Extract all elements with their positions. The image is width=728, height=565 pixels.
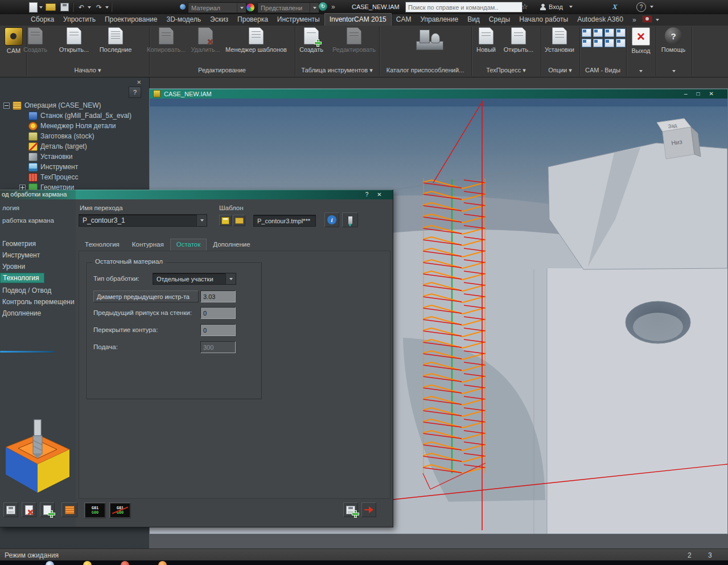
taskbar-folder-icon[interactable] (83, 561, 92, 565)
tab-scroll-icon[interactable]: » (632, 16, 636, 26)
viewport-titlebar[interactable]: CASE_NEW.IAM – □ ✕ (150, 89, 727, 99)
dialog-close-icon[interactable]: ✕ (376, 191, 383, 198)
close-icon[interactable]: ✕ (709, 91, 714, 97)
undo-dropdown-icon[interactable] (88, 6, 91, 9)
view-front-icon[interactable] (604, 28, 614, 37)
appearance-wheel-icon[interactable] (246, 3, 255, 12)
process-open-button[interactable]: Открыть... (502, 27, 535, 53)
tab-design[interactable]: Проектирование (100, 14, 162, 26)
nav-item-tool[interactable]: Инструмент (0, 250, 44, 260)
panel-label-process[interactable]: ТехПроцесс ▾ (471, 67, 541, 74)
view-home-icon[interactable] (616, 39, 626, 47)
panel-label-cam-views[interactable]: CAM - Виды (579, 67, 626, 73)
open-icon[interactable] (45, 2, 56, 13)
prev-tool-diameter-button[interactable]: Диаметр предыдущего инстр-та (93, 290, 199, 302)
dialog-titlebar[interactable] (76, 190, 393, 199)
dialog-help-icon[interactable]: ? (363, 191, 371, 198)
tool-table-edit-button[interactable]: Редактировать (331, 27, 377, 53)
help-button[interactable]: ? Помощь (657, 27, 690, 53)
add-operation-button[interactable] (40, 502, 55, 517)
nav-item-misc[interactable]: Дополнение (0, 308, 46, 318)
feed-input[interactable]: 300 (200, 341, 236, 353)
edit-delete-button[interactable]: Удалить... (188, 27, 223, 53)
transition-name-combo[interactable]: P_contour3_1 (79, 214, 207, 227)
help-circle-icon[interactable]: ? (636, 2, 646, 12)
exit-dialog-button[interactable] (361, 502, 376, 517)
restore-icon[interactable]: □ (697, 91, 700, 97)
tree-item-operation[interactable]: Операция (CASE_NEW) (3, 100, 101, 110)
tab-sketch[interactable]: Эскиз (205, 14, 233, 26)
favorites-star-icon[interactable]: ☆ (521, 2, 528, 11)
taskbar-media-icon[interactable] (121, 561, 129, 565)
tab-a360[interactable]: Autodesk A360 (573, 14, 628, 26)
gcode-disabled-button[interactable]: G01 G00 (109, 502, 131, 518)
gcode-button[interactable]: G01 G00 (84, 502, 106, 518)
template-field[interactable]: P_contour3.tmpl*** (253, 215, 316, 227)
help-dropdown-icon[interactable] (650, 6, 653, 8)
tree-item-process[interactable]: ТехПроцесс (28, 172, 78, 182)
dialog-tab-contour[interactable]: Контурная (126, 239, 170, 251)
panel-label-start[interactable]: Начало ▾ (26, 67, 149, 74)
dialog-title[interactable]: од обработки кармана (0, 190, 76, 199)
view-back-icon[interactable] (582, 39, 591, 47)
remove-operation-button[interactable] (22, 502, 36, 517)
exchange-apps-icon[interactable]: X (612, 2, 618, 11)
tab-get-started[interactable]: Начало работы (515, 14, 573, 26)
taskbar-app-icon[interactable] (158, 561, 167, 565)
start-create-button[interactable]: Создать (19, 27, 51, 53)
tab-environments[interactable]: Среды (484, 14, 515, 26)
chevron-down-icon[interactable] (310, 3, 319, 13)
panel-help-button[interactable]: ? (129, 87, 141, 98)
panel-label-fixtures[interactable]: Каталог приспособлений... (379, 67, 471, 73)
tab-view[interactable]: Вид (463, 14, 484, 26)
redo-icon[interactable]: ↷ (93, 2, 105, 13)
nav-item-levels[interactable]: Уровни (0, 261, 30, 272)
collapse-icon[interactable] (3, 103, 10, 109)
view-left-icon[interactable] (593, 39, 603, 47)
new-document-dropdown-icon[interactable] (39, 6, 43, 9)
save-operation-button[interactable] (3, 502, 18, 517)
tree-item-target[interactable]: Деталь (target) (28, 141, 87, 152)
fixture-catalog-button[interactable] (411, 27, 447, 52)
contour-overlap-input[interactable]: 0 (200, 324, 236, 336)
representation-combo[interactable]: Представлени (257, 2, 319, 13)
panel-expand-help-icon[interactable] (656, 67, 692, 73)
panel-label-edit[interactable]: Редактирование (149, 67, 295, 73)
tab-manage[interactable]: Управление (416, 14, 463, 26)
ribbon-options-dropdown-icon[interactable] (656, 19, 659, 21)
tab-simplify[interactable]: Упростить (59, 14, 100, 26)
tree-item-tool[interactable]: Инструмент (28, 162, 78, 172)
chevron-down-icon[interactable] (196, 215, 207, 226)
save-and-add-button[interactable] (343, 502, 358, 517)
prev-wall-offset-input[interactable]: 0 (200, 307, 236, 319)
chevron-down-icon[interactable] (237, 3, 246, 13)
undo-icon[interactable]: ↶ (76, 2, 87, 13)
tab-inventorcam[interactable]: InventorCAM 2015 (324, 13, 392, 26)
material-combo[interactable]: Материал (188, 2, 246, 13)
dialog-tab-misc[interactable]: Дополнение (207, 239, 256, 251)
tool-preview-button[interactable] (342, 212, 358, 227)
tree-item-zero-manager[interactable]: Менеджер Ноля детали (28, 121, 116, 131)
dialog-tab-technology[interactable]: Технология (79, 239, 126, 251)
view-bottom-icon[interactable] (604, 39, 614, 47)
panel-label-tool-table[interactable]: Таблица инструментов ▾ (295, 67, 379, 74)
process-new-button[interactable]: Новый (472, 27, 500, 53)
tab-tools[interactable]: Инструменты (273, 14, 324, 26)
taskbar-browser-icon[interactable] (46, 561, 54, 565)
new-document-icon[interactable] (27, 2, 39, 13)
nav-item-geometry[interactable]: Геометрия (0, 239, 40, 249)
panel-label-options[interactable]: Опции ▾ (541, 67, 579, 74)
signin-dropdown-icon[interactable] (569, 6, 573, 8)
dialog-tab-rest[interactable]: Остаток (170, 239, 207, 251)
tree-item-stock[interactable]: Заготовка (stock) (28, 131, 94, 141)
panel-close-icon[interactable]: ✕ (137, 79, 141, 85)
start-recent-button[interactable]: Последние (97, 27, 134, 53)
view-iso-icon[interactable] (582, 28, 591, 37)
start-open-button[interactable]: Открыть... (58, 27, 90, 53)
tab-inspect[interactable]: Проверка (233, 14, 273, 26)
redo-dropdown-icon[interactable] (105, 6, 109, 9)
template-save-button[interactable] (219, 215, 232, 226)
help-search-input[interactable] (405, 2, 523, 13)
refresh-icon[interactable]: ↻ (319, 2, 327, 11)
save-icon[interactable] (59, 2, 70, 13)
